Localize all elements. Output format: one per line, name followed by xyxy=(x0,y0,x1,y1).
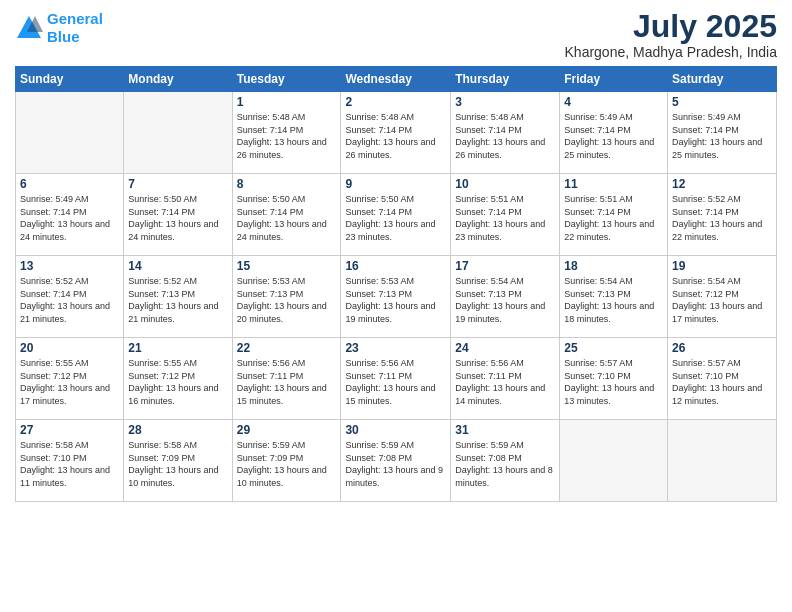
day-detail: Sunrise: 5:50 AMSunset: 7:14 PMDaylight:… xyxy=(128,193,227,243)
calendar-day xyxy=(124,92,232,174)
calendar-day: 24 Sunrise: 5:56 AMSunset: 7:11 PMDaylig… xyxy=(451,338,560,420)
day-number: 13 xyxy=(20,259,119,273)
day-number: 28 xyxy=(128,423,227,437)
day-detail: Sunrise: 5:48 AMSunset: 7:14 PMDaylight:… xyxy=(237,111,337,161)
logo-text: General Blue xyxy=(47,10,103,46)
day-number: 31 xyxy=(455,423,555,437)
day-detail: Sunrise: 5:49 AMSunset: 7:14 PMDaylight:… xyxy=(672,111,772,161)
calendar-day: 31 Sunrise: 5:59 AMSunset: 7:08 PMDaylig… xyxy=(451,420,560,502)
calendar-day: 25 Sunrise: 5:57 AMSunset: 7:10 PMDaylig… xyxy=(560,338,668,420)
day-number: 20 xyxy=(20,341,119,355)
day-detail: Sunrise: 5:54 AMSunset: 7:13 PMDaylight:… xyxy=(564,275,663,325)
col-friday: Friday xyxy=(560,67,668,92)
calendar-day: 22 Sunrise: 5:56 AMSunset: 7:11 PMDaylig… xyxy=(232,338,341,420)
day-number: 8 xyxy=(237,177,337,191)
calendar-day: 10 Sunrise: 5:51 AMSunset: 7:14 PMDaylig… xyxy=(451,174,560,256)
day-detail: Sunrise: 5:53 AMSunset: 7:13 PMDaylight:… xyxy=(237,275,337,325)
calendar: Sunday Monday Tuesday Wednesday Thursday… xyxy=(15,66,777,502)
location: Khargone, Madhya Pradesh, India xyxy=(565,44,777,60)
day-number: 30 xyxy=(345,423,446,437)
col-thursday: Thursday xyxy=(451,67,560,92)
day-detail: Sunrise: 5:56 AMSunset: 7:11 PMDaylight:… xyxy=(455,357,555,407)
calendar-day: 16 Sunrise: 5:53 AMSunset: 7:13 PMDaylig… xyxy=(341,256,451,338)
day-detail: Sunrise: 5:49 AMSunset: 7:14 PMDaylight:… xyxy=(20,193,119,243)
calendar-day: 18 Sunrise: 5:54 AMSunset: 7:13 PMDaylig… xyxy=(560,256,668,338)
day-number: 12 xyxy=(672,177,772,191)
day-detail: Sunrise: 5:48 AMSunset: 7:14 PMDaylight:… xyxy=(455,111,555,161)
calendar-day: 3 Sunrise: 5:48 AMSunset: 7:14 PMDayligh… xyxy=(451,92,560,174)
day-number: 1 xyxy=(237,95,337,109)
header: General Blue July 2025 Khargone, Madhya … xyxy=(15,10,777,60)
calendar-day: 7 Sunrise: 5:50 AMSunset: 7:14 PMDayligh… xyxy=(124,174,232,256)
day-detail: Sunrise: 5:52 AMSunset: 7:13 PMDaylight:… xyxy=(128,275,227,325)
day-detail: Sunrise: 5:59 AMSunset: 7:08 PMDaylight:… xyxy=(345,439,446,489)
day-number: 17 xyxy=(455,259,555,273)
calendar-day: 6 Sunrise: 5:49 AMSunset: 7:14 PMDayligh… xyxy=(16,174,124,256)
page: General Blue July 2025 Khargone, Madhya … xyxy=(0,0,792,612)
calendar-day: 13 Sunrise: 5:52 AMSunset: 7:14 PMDaylig… xyxy=(16,256,124,338)
calendar-day xyxy=(16,92,124,174)
day-detail: Sunrise: 5:52 AMSunset: 7:14 PMDaylight:… xyxy=(20,275,119,325)
day-number: 4 xyxy=(564,95,663,109)
day-number: 23 xyxy=(345,341,446,355)
calendar-day: 20 Sunrise: 5:55 AMSunset: 7:12 PMDaylig… xyxy=(16,338,124,420)
day-number: 5 xyxy=(672,95,772,109)
col-tuesday: Tuesday xyxy=(232,67,341,92)
day-number: 29 xyxy=(237,423,337,437)
calendar-day: 14 Sunrise: 5:52 AMSunset: 7:13 PMDaylig… xyxy=(124,256,232,338)
calendar-day: 30 Sunrise: 5:59 AMSunset: 7:08 PMDaylig… xyxy=(341,420,451,502)
day-number: 11 xyxy=(564,177,663,191)
calendar-day: 11 Sunrise: 5:51 AMSunset: 7:14 PMDaylig… xyxy=(560,174,668,256)
calendar-week-4: 20 Sunrise: 5:55 AMSunset: 7:12 PMDaylig… xyxy=(16,338,777,420)
col-sunday: Sunday xyxy=(16,67,124,92)
day-detail: Sunrise: 5:56 AMSunset: 7:11 PMDaylight:… xyxy=(237,357,337,407)
day-number: 3 xyxy=(455,95,555,109)
day-detail: Sunrise: 5:57 AMSunset: 7:10 PMDaylight:… xyxy=(564,357,663,407)
calendar-day: 21 Sunrise: 5:55 AMSunset: 7:12 PMDaylig… xyxy=(124,338,232,420)
calendar-day: 8 Sunrise: 5:50 AMSunset: 7:14 PMDayligh… xyxy=(232,174,341,256)
col-wednesday: Wednesday xyxy=(341,67,451,92)
day-number: 25 xyxy=(564,341,663,355)
day-detail: Sunrise: 5:55 AMSunset: 7:12 PMDaylight:… xyxy=(128,357,227,407)
day-detail: Sunrise: 5:58 AMSunset: 7:10 PMDaylight:… xyxy=(20,439,119,489)
calendar-week-5: 27 Sunrise: 5:58 AMSunset: 7:10 PMDaylig… xyxy=(16,420,777,502)
day-detail: Sunrise: 5:48 AMSunset: 7:14 PMDaylight:… xyxy=(345,111,446,161)
day-number: 15 xyxy=(237,259,337,273)
calendar-day: 12 Sunrise: 5:52 AMSunset: 7:14 PMDaylig… xyxy=(668,174,777,256)
calendar-week-2: 6 Sunrise: 5:49 AMSunset: 7:14 PMDayligh… xyxy=(16,174,777,256)
col-saturday: Saturday xyxy=(668,67,777,92)
day-number: 18 xyxy=(564,259,663,273)
calendar-header: Sunday Monday Tuesday Wednesday Thursday… xyxy=(16,67,777,92)
logo-icon xyxy=(15,14,43,42)
day-number: 21 xyxy=(128,341,227,355)
day-detail: Sunrise: 5:54 AMSunset: 7:13 PMDaylight:… xyxy=(455,275,555,325)
day-number: 2 xyxy=(345,95,446,109)
calendar-week-3: 13 Sunrise: 5:52 AMSunset: 7:14 PMDaylig… xyxy=(16,256,777,338)
day-number: 9 xyxy=(345,177,446,191)
calendar-day: 9 Sunrise: 5:50 AMSunset: 7:14 PMDayligh… xyxy=(341,174,451,256)
day-detail: Sunrise: 5:57 AMSunset: 7:10 PMDaylight:… xyxy=(672,357,772,407)
calendar-day xyxy=(560,420,668,502)
day-detail: Sunrise: 5:49 AMSunset: 7:14 PMDaylight:… xyxy=(564,111,663,161)
calendar-day: 2 Sunrise: 5:48 AMSunset: 7:14 PMDayligh… xyxy=(341,92,451,174)
day-detail: Sunrise: 5:52 AMSunset: 7:14 PMDaylight:… xyxy=(672,193,772,243)
calendar-day: 27 Sunrise: 5:58 AMSunset: 7:10 PMDaylig… xyxy=(16,420,124,502)
calendar-day: 19 Sunrise: 5:54 AMSunset: 7:12 PMDaylig… xyxy=(668,256,777,338)
header-row: Sunday Monday Tuesday Wednesday Thursday… xyxy=(16,67,777,92)
calendar-day: 5 Sunrise: 5:49 AMSunset: 7:14 PMDayligh… xyxy=(668,92,777,174)
day-number: 6 xyxy=(20,177,119,191)
day-detail: Sunrise: 5:56 AMSunset: 7:11 PMDaylight:… xyxy=(345,357,446,407)
calendar-day: 1 Sunrise: 5:48 AMSunset: 7:14 PMDayligh… xyxy=(232,92,341,174)
calendar-body: 1 Sunrise: 5:48 AMSunset: 7:14 PMDayligh… xyxy=(16,92,777,502)
day-detail: Sunrise: 5:51 AMSunset: 7:14 PMDaylight:… xyxy=(564,193,663,243)
month-title: July 2025 xyxy=(565,10,777,42)
logo-line2: Blue xyxy=(47,28,80,45)
col-monday: Monday xyxy=(124,67,232,92)
calendar-day: 4 Sunrise: 5:49 AMSunset: 7:14 PMDayligh… xyxy=(560,92,668,174)
logo-line1: General xyxy=(47,10,103,27)
day-number: 27 xyxy=(20,423,119,437)
day-detail: Sunrise: 5:59 AMSunset: 7:09 PMDaylight:… xyxy=(237,439,337,489)
calendar-day xyxy=(668,420,777,502)
calendar-day: 29 Sunrise: 5:59 AMSunset: 7:09 PMDaylig… xyxy=(232,420,341,502)
day-number: 7 xyxy=(128,177,227,191)
